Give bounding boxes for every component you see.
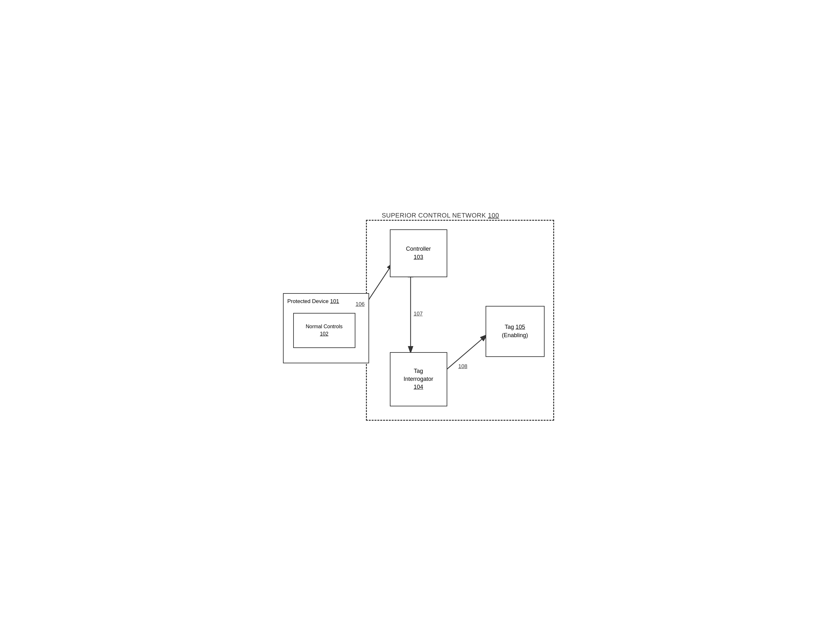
network-title: SUPERIOR CONTROL NETWORK 100 [382,212,499,219]
tag-box: Tag 105 (Enabling) [486,306,545,357]
label-107: 107 [414,311,423,317]
normal-controls-box: Normal Controls 102 [293,313,355,348]
label-108: 108 [458,363,467,370]
controller-box: Controller 103 [390,229,447,277]
tag-interrogator-box: TagInterrogator104 [390,352,447,406]
label-106: 106 [356,301,365,307]
diagram: SUPERIOR CONTROL NETWORK 100 Controller … [276,207,564,430]
